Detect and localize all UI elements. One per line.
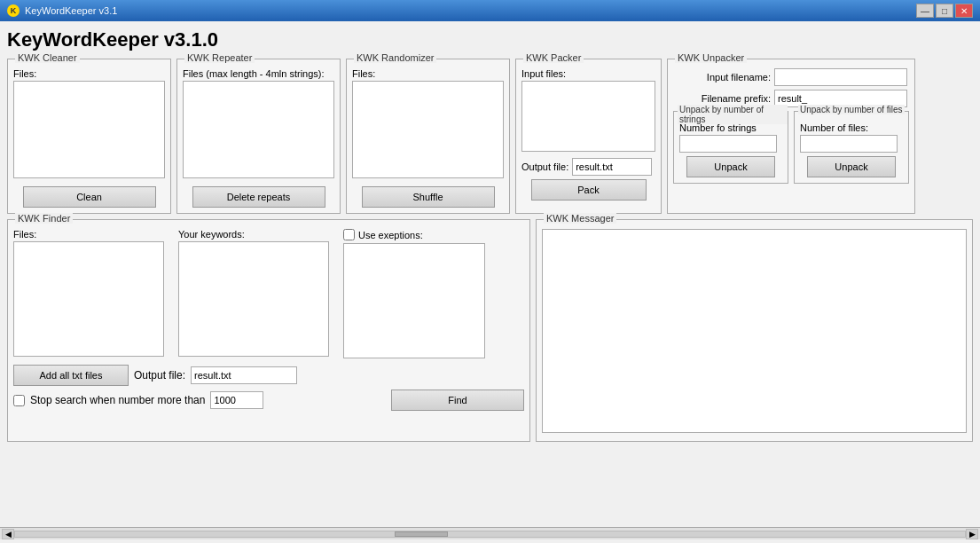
repeater-panel-title: KWK Repeater [184, 52, 255, 63]
unpacker-panel-title: KWK Unpacker [675, 52, 747, 63]
maximize-button[interactable]: □ [936, 4, 953, 18]
use-exceptions-label: Use exeptions: [358, 230, 423, 240]
finder-output-label: Output file: [134, 369, 185, 382]
bottom-panels-row: KWK Finder Files: Your keywords: Use [7, 219, 973, 442]
window-controls: — □ ✕ [916, 4, 973, 18]
unpack-files-button[interactable]: Unpack [807, 156, 896, 177]
scroll-left-arrow[interactable]: ◀ [2, 529, 14, 539]
randomizer-files-textarea[interactable] [352, 81, 504, 178]
packer-output-input[interactable] [572, 158, 652, 176]
minimize-button[interactable]: — [916, 4, 934, 18]
unpacker-input-label: Input filename: [673, 72, 771, 83]
unpack-by-files-panel: Unpack by number of files Number of file… [794, 111, 909, 184]
packer-input-textarea[interactable] [521, 81, 655, 152]
add-all-txt-button[interactable]: Add all txt files [13, 365, 129, 386]
randomizer-panel-title: KWK Randomizer [354, 52, 436, 63]
kwk-unpacker-panel: KWK Unpacker Input filename: Filename pr… [667, 59, 915, 214]
find-button[interactable]: Find [391, 390, 524, 411]
repeater-files-label: Files (max length - 4mln strings): [183, 68, 334, 79]
finder-files-textarea[interactable] [13, 241, 164, 357]
app-title: KeyWordKeeper v3.1.0 [7, 28, 973, 51]
title-bar-label: KeyWordKeeper v3.1 [25, 5, 117, 16]
finder-keywords-label: Your keywords: [178, 229, 338, 240]
use-exceptions-row: Use exeptions: [343, 229, 524, 240]
stop-search-value-input[interactable] [210, 391, 263, 409]
finder-files-col: Files: [13, 229, 173, 361]
kwk-cleaner-panel: KWK Cleaner Files: Clean [7, 59, 171, 214]
finder-output-row: Add all txt files Output file: [13, 365, 524, 386]
use-exceptions-checkbox[interactable] [343, 229, 355, 240]
unpacker-sub-panels: Unpack by number of strings Number fo st… [673, 111, 909, 184]
unpacker-input-field[interactable] [774, 68, 907, 86]
repeater-files-textarea[interactable] [183, 81, 334, 178]
top-panels-row: KWK Cleaner Files: Clean KWK Repeater Fi… [7, 59, 973, 214]
finder-stop-row: Stop search when number more than Find [13, 390, 524, 411]
finder-exceptions-col: Use exeptions: [343, 229, 524, 361]
finder-panel-title: KWK Finder [15, 213, 73, 224]
kwk-randomizer-panel: KWK Randomizer Files: Shuffle [346, 59, 510, 214]
finder-exceptions-textarea[interactable] [343, 243, 485, 358]
unpack-strings-button[interactable]: Unpack [686, 156, 775, 177]
finder-keywords-col: Your keywords: [178, 229, 338, 361]
clean-button[interactable]: Clean [23, 186, 156, 208]
cleaner-files-label: Files: [13, 68, 165, 79]
finder-keywords-textarea[interactable] [178, 241, 329, 357]
kwk-repeater-panel: KWK Repeater Files (max length - 4mln st… [176, 59, 341, 214]
kwk-packer-panel: KWK Packer Input files: Output file: Pac… [515, 59, 662, 214]
horizontal-scrollbar[interactable]: ◀ ▶ [0, 527, 980, 539]
pack-button[interactable]: Pack [531, 179, 647, 201]
delete-repeats-button[interactable]: Delete repeats [192, 186, 325, 208]
packer-input-label: Input files: [521, 68, 655, 79]
num-strings-input[interactable] [679, 135, 777, 153]
shuffle-button[interactable]: Shuffle [362, 186, 495, 208]
unpack-files-title: Unpack by number of files [798, 105, 905, 114]
unpack-by-strings-panel: Unpack by number of strings Number fo st… [673, 111, 788, 184]
cleaner-panel-title: KWK Cleaner [15, 52, 80, 63]
stop-search-label: Stop search when number more than [30, 394, 205, 406]
num-files-label: Number of files: [800, 122, 903, 133]
finder-output-input[interactable] [191, 366, 297, 384]
randomizer-files-label: Files: [352, 68, 504, 79]
finder-top-row: Files: Your keywords: Use exeptions: [13, 229, 524, 361]
unpacker-input-row: Input filename: [673, 68, 909, 86]
unpack-strings-title: Unpack by number of strings [678, 105, 788, 124]
packer-panel-title: KWK Packer [523, 52, 584, 63]
kwk-finder-panel: KWK Finder Files: Your keywords: Use [7, 219, 530, 442]
app-icon: K [7, 4, 20, 17]
close-button[interactable]: ✕ [955, 4, 973, 18]
title-bar: K KeyWordKeeper v3.1 — □ ✕ [0, 0, 980, 21]
scroll-thumb[interactable] [395, 531, 448, 537]
messager-panel-title: KWK Messager [544, 213, 616, 224]
messager-textarea[interactable] [542, 229, 967, 433]
packer-output-label: Output file: [521, 161, 568, 172]
stop-search-checkbox[interactable] [13, 395, 25, 406]
finder-files-label: Files: [13, 229, 173, 240]
scroll-track[interactable] [14, 531, 966, 538]
unpacker-prefix-label: Filename prefix: [673, 93, 771, 104]
num-files-input[interactable] [800, 135, 898, 153]
cleaner-files-textarea[interactable] [13, 81, 165, 178]
scroll-right-arrow[interactable]: ▶ [966, 529, 978, 539]
main-content: KeyWordKeeper v3.1.0 KWK Cleaner Files: … [0, 21, 980, 527]
kwk-messager-panel: KWK Messager [536, 219, 973, 442]
